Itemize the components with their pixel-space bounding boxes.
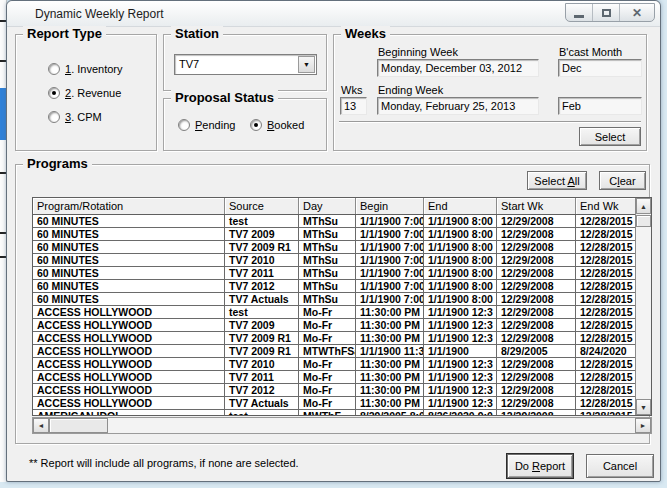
table-cell: test — [225, 215, 299, 227]
table-row[interactable]: ACCESS HOLLYWOODTV7 ActualsMo-Fr11:30:00… — [33, 397, 637, 410]
table-cell: ACCESS HOLLYWOOD — [33, 306, 225, 318]
table-cell: 60 MINUTES — [33, 293, 225, 305]
table-cell: 12/29/2008 — [497, 228, 576, 240]
table-row[interactable]: ACCESS HOLLYWOODtestMo-Fr11:30:00 PM1/1/… — [33, 306, 637, 319]
station-combobox[interactable]: TV7 ▼ — [174, 54, 317, 75]
table-cell: Mo-Fr — [299, 306, 356, 318]
radio-pending[interactable]: Pending — [178, 119, 235, 131]
cancel-button-label: Cancel — [603, 460, 637, 472]
minimize-button[interactable] — [566, 4, 593, 21]
minimize-icon — [574, 15, 584, 18]
report-type-group: Report Type 1. Inventory 2. Revenue 3. C… — [15, 34, 157, 151]
horizontal-scrollbar-thumb[interactable] — [49, 418, 108, 433]
bcast-end-field: Feb — [558, 97, 642, 115]
table-cell: TV7 2009 R1 — [225, 345, 299, 357]
table-row[interactable]: 60 MINUTESTV7 2012MThSu1/1/1900 7:001/1/… — [33, 280, 637, 293]
horizontal-scrollbar[interactable]: ◄ ► — [32, 417, 652, 434]
maximize-button[interactable] — [593, 4, 620, 21]
radio-booked-label: Booked — [267, 119, 304, 131]
station-group: Station TV7 ▼ — [163, 34, 327, 91]
table-cell: 1/1/1900 11:3 — [356, 345, 424, 357]
table-cell: 12/29/2008 — [497, 241, 576, 253]
table-row[interactable]: ACCESS HOLLYWOODTV7 2009Mo-Fr11:30:00 PM… — [33, 319, 637, 332]
title-bar[interactable]: Dynamic Weekly Report ✕ — [7, 1, 660, 27]
column-header[interactable]: Day — [299, 198, 356, 214]
table-cell: 12/29/2008 — [497, 397, 576, 409]
vertical-scrollbar-thumb[interactable] — [636, 215, 651, 227]
table-row[interactable]: 60 MINUTESTV7 2009MThSu1/1/1900 7:001/1/… — [33, 228, 637, 241]
radio-cpm-circle — [48, 111, 60, 123]
table-cell: 12/29/2008 — [497, 267, 576, 279]
table-cell: TV7 2010 — [225, 254, 299, 266]
table-row[interactable]: ACCESS HOLLYWOODTV7 2012Mo-Fr11:30:00 PM… — [33, 384, 637, 397]
scroll-up-button[interactable]: ▲ — [636, 198, 651, 214]
column-header[interactable]: Source — [225, 198, 299, 214]
table-cell: 60 MINUTES — [33, 280, 225, 292]
table-cell: Mo-Fr — [299, 384, 356, 396]
scroll-right-button[interactable]: ► — [635, 418, 651, 433]
table-cell: 12/28/2015 — [576, 228, 637, 240]
table-row[interactable]: 60 MINUTESTV7 2010MThSu1/1/1900 7:001/1/… — [33, 254, 637, 267]
weeks-group: Weeks Beginning Week Monday, December 03… — [333, 34, 647, 151]
dynamic-weekly-report-dialog: Dynamic Weekly Report ✕ Report Type 1. I… — [6, 0, 661, 482]
close-button[interactable]: ✕ — [620, 4, 654, 21]
column-header[interactable]: Begin — [356, 198, 424, 214]
table-cell: TV7 2011 — [225, 267, 299, 279]
table-row[interactable]: 60 MINUTESTV7 2009 R1MThSu1/1/1900 7:001… — [33, 241, 637, 254]
cancel-button[interactable]: Cancel — [586, 454, 654, 478]
maximize-icon — [602, 9, 611, 17]
table-row[interactable]: ACCESS HOLLYWOODTV7 2009 R1MTWThFSa1/1/1… — [33, 345, 637, 358]
table-row[interactable]: ACCESS HOLLYWOODTV7 2010Mo-Fr11:30:00 PM… — [33, 358, 637, 371]
table-cell: 1/1/1900 12:3 — [424, 306, 497, 318]
station-dropdown-button[interactable]: ▼ — [298, 56, 315, 73]
table-cell: ACCESS HOLLYWOOD — [33, 384, 225, 396]
table-cell: MThSu — [299, 215, 356, 227]
column-header[interactable]: End — [424, 198, 497, 214]
do-report-button[interactable]: Do Report — [507, 454, 573, 478]
column-header[interactable]: End Wk — [576, 198, 637, 214]
table-cell: 11:30:00 PM — [356, 319, 424, 331]
radio-inventory-circle — [48, 63, 60, 75]
table-cell: 60 MINUTES — [33, 241, 225, 253]
wks-field: 13 — [340, 97, 367, 115]
table-cell: 12/28/2015 — [576, 332, 637, 344]
table-row[interactable]: ACCESS HOLLYWOODTV7 2009 R1Mo-Fr11:30:00… — [33, 332, 637, 345]
table-cell: Mo-Fr — [299, 332, 356, 344]
station-value: TV7 — [179, 58, 199, 70]
select-button[interactable]: Select — [579, 127, 641, 146]
clear-button[interactable]: Clear — [599, 171, 646, 190]
report-type-label: Report Type — [23, 26, 106, 41]
table-row[interactable]: 60 MINUTESTV7 2011MThSu1/1/1900 7:001/1/… — [33, 267, 637, 280]
table-cell: MWThF — [299, 410, 356, 416]
scroll-down-button[interactable]: ▼ — [636, 399, 651, 415]
radio-inventory[interactable]: 1. Inventory — [48, 63, 122, 75]
column-header[interactable]: Program/Rotation — [33, 198, 225, 214]
beginning-week-label: Beginning Week — [378, 46, 458, 58]
table-row[interactable]: 60 MINUTESTV7 ActualsMThSu1/1/1900 7:001… — [33, 293, 637, 306]
table-row[interactable]: AMERICAN IDOLtestMWThF8/29/2005 8:08/26/… — [33, 410, 637, 416]
program-table-body: 60 MINUTEStestMThSu1/1/1900 7:001/1/1900… — [33, 215, 637, 416]
radio-cpm[interactable]: 3. CPM — [48, 111, 102, 123]
radio-revenue[interactable]: 2. Revenue — [48, 87, 121, 99]
table-row[interactable]: 60 MINUTEStestMThSu1/1/1900 7:001/1/1900… — [33, 215, 637, 228]
column-header[interactable]: Start Wk — [497, 198, 576, 214]
radio-booked[interactable]: Booked — [250, 119, 304, 131]
table-cell: TV7 2009 R1 — [225, 241, 299, 253]
bcast-begin-field: Dec — [558, 59, 642, 77]
table-cell: TV7 2009 — [225, 319, 299, 331]
table-cell: MThSu — [299, 293, 356, 305]
radio-booked-circle — [250, 119, 262, 131]
table-cell: Mo-Fr — [299, 358, 356, 370]
scroll-left-button[interactable]: ◄ — [33, 418, 49, 433]
scroll-left-icon: ◄ — [38, 422, 45, 429]
table-cell: 1/1/1900 12:3 — [424, 358, 497, 370]
table-row[interactable]: ACCESS HOLLYWOODTV7 2011Mo-Fr11:30:00 PM… — [33, 371, 637, 384]
table-cell: TV7 2012 — [225, 384, 299, 396]
table-cell: 1/1/1900 8:00 — [424, 280, 497, 292]
vertical-scrollbar[interactable]: ▲ ▼ — [635, 198, 651, 415]
bcast-month-label: B'cast Month — [559, 46, 622, 58]
table-cell: TV7 Actuals — [225, 293, 299, 305]
table-cell: 1/1/1900 7:00 — [356, 293, 424, 305]
select-all-button[interactable]: Select All — [527, 171, 587, 190]
table-cell: 8/26/2020 9:0 — [424, 410, 497, 416]
